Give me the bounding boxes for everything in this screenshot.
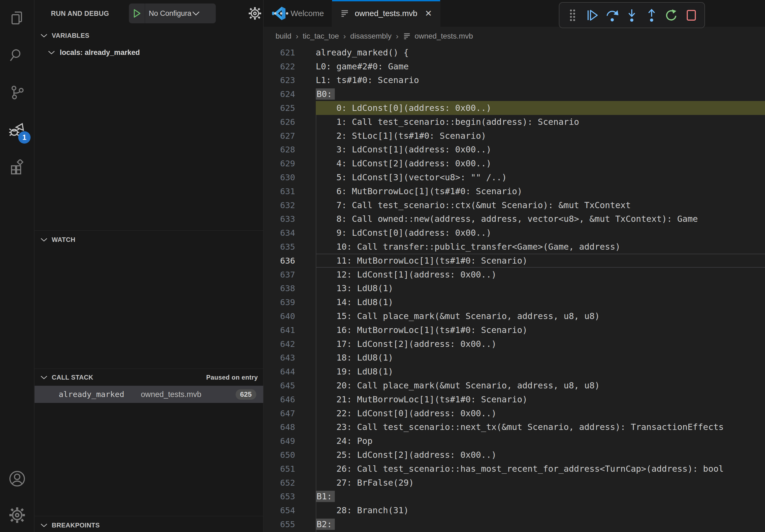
line-number-gutter[interactable]: 625 bbox=[264, 103, 295, 113]
code-line[interactable]: 621 already_marked() { bbox=[264, 46, 765, 60]
line-number-gutter[interactable]: 629 bbox=[264, 158, 295, 168]
tab-owned-tests[interactable]: owned_tests.mvb ✕ bbox=[332, 0, 440, 27]
sidebar-item-explorer[interactable] bbox=[0, 2, 34, 36]
code-line[interactable]: 631 6: MutBorrowLoc[1](ts#1#0: Scenario) bbox=[264, 184, 765, 198]
code-line[interactable]: 651 26: Call test_scenario::has_most_rec… bbox=[264, 462, 765, 476]
code-line[interactable]: 629 4: LdConst[2](address: 0x00..) bbox=[264, 156, 765, 170]
line-number-gutter[interactable]: 643 bbox=[264, 353, 295, 363]
line-number-gutter[interactable]: 639 bbox=[264, 297, 295, 307]
line-number-gutter[interactable]: 622 bbox=[264, 62, 295, 71]
code-line[interactable]: 645 20: Call place_mark(&mut Scenario, a… bbox=[264, 379, 765, 393]
line-number-gutter[interactable]: 636 bbox=[264, 256, 295, 265]
debug-settings-gear-icon[interactable] bbox=[249, 7, 261, 20]
call-stack-frame[interactable]: already_marked owned_tests.mvb 625 bbox=[35, 386, 263, 403]
line-number-gutter[interactable]: 628 bbox=[264, 145, 295, 154]
close-icon[interactable]: ✕ bbox=[425, 9, 432, 18]
line-number-gutter[interactable]: 624 bbox=[264, 89, 295, 99]
code-line[interactable]: 639 14: LdU8(1) bbox=[264, 295, 765, 309]
line-content[interactable]: 24: Pop bbox=[316, 434, 765, 448]
watch-section-header[interactable]: WATCH bbox=[35, 232, 263, 247]
code-line[interactable]: 635 10: Call transfer::public_transfer<G… bbox=[264, 240, 765, 254]
line-content[interactable]: 11: MutBorrowLoc[1](ts#1#0: Scenario) bbox=[316, 254, 765, 268]
line-content[interactable]: 4: LdConst[2](address: 0x00..) bbox=[316, 156, 765, 170]
code-line[interactable]: 626 1: Call test_scenario::begin(address… bbox=[264, 115, 765, 129]
code-line[interactable]: 643 18: LdU8(1) bbox=[264, 351, 765, 365]
line-number-gutter[interactable]: 638 bbox=[264, 283, 295, 293]
stop-button[interactable] bbox=[683, 7, 700, 24]
line-number-gutter[interactable]: 654 bbox=[264, 505, 295, 515]
line-content[interactable]: 23: Call test_scenario::next_tx(&mut Sce… bbox=[316, 420, 765, 434]
start-debug-button[interactable] bbox=[129, 3, 145, 23]
line-content[interactable]: L0: game#2#0: Game bbox=[316, 60, 765, 73]
line-number-gutter[interactable]: 651 bbox=[264, 464, 295, 474]
code-line[interactable]: 627 2: StLoc[1](ts#1#0: Scenario) bbox=[264, 129, 765, 143]
code-line[interactable]: 630 5: LdConst[3](vector<u8>: "" /..) bbox=[264, 170, 765, 184]
line-content[interactable]: 25: LdConst[2](address: 0x00..) bbox=[316, 448, 765, 462]
code-line[interactable]: 648 23: Call test_scenario::next_tx(&mut… bbox=[264, 420, 765, 434]
line-content[interactable]: 14: LdU8(1) bbox=[316, 295, 765, 309]
continue-button[interactable] bbox=[584, 7, 601, 24]
line-content[interactable]: 16: MutBorrowLoc[1](ts#1#0: Scenario) bbox=[316, 323, 765, 337]
line-content[interactable]: 10: Call transfer::public_transfer<Game>… bbox=[316, 240, 765, 254]
sidebar-item-search[interactable] bbox=[0, 39, 34, 73]
line-number-gutter[interactable]: 649 bbox=[264, 436, 295, 446]
line-content[interactable]: B1: bbox=[316, 490, 765, 504]
call-stack-section-header[interactable]: CALL STACK Paused on entry bbox=[35, 370, 263, 385]
line-content[interactable]: B0: bbox=[316, 87, 765, 101]
line-content[interactable]: L1: ts#1#0: Scenario bbox=[316, 73, 765, 87]
breadcrumb-item[interactable]: disassembly bbox=[350, 32, 391, 40]
code-line[interactable]: 649 24: Pop bbox=[264, 434, 765, 448]
code-line[interactable]: 628 3: LdConst[1](address: 0x00..) bbox=[264, 143, 765, 157]
code-line[interactable]: 650 25: LdConst[2](address: 0x00..) bbox=[264, 448, 765, 462]
line-content[interactable]: 15: Call place_mark(&mut Scenario, addre… bbox=[316, 309, 765, 323]
line-number-gutter[interactable]: 652 bbox=[264, 478, 295, 487]
breadcrumb-item[interactable]: owned_tests.mvb bbox=[415, 32, 473, 40]
sidebar-item-source-control[interactable] bbox=[0, 76, 34, 111]
code-line[interactable]: 646 21: MutBorrowLoc[1](ts#1#0: Scenario… bbox=[264, 393, 765, 406]
code-line[interactable]: 654 28: Branch(31) bbox=[264, 503, 765, 517]
line-content[interactable]: 17: LdConst[2](address: 0x00..) bbox=[316, 337, 765, 351]
code-line[interactable]: 641 16: MutBorrowLoc[1](ts#1#0: Scenario… bbox=[264, 323, 765, 337]
line-content[interactable]: 3: LdConst[1](address: 0x00..) bbox=[316, 143, 765, 157]
line-content[interactable]: 9: LdConst[0](address: 0x00..) bbox=[316, 226, 765, 240]
line-content[interactable]: 13: LdU8(1) bbox=[316, 282, 765, 296]
sidebar-item-run-and-debug[interactable]: 1 bbox=[0, 114, 34, 148]
more-actions-icon[interactable] bbox=[274, 12, 289, 15]
line-number-gutter[interactable]: 634 bbox=[264, 228, 295, 238]
line-number-gutter[interactable]: 631 bbox=[264, 186, 295, 196]
code-line[interactable]: 640 15: Call place_mark(&mut Scenario, a… bbox=[264, 309, 765, 323]
sidebar-item-accounts[interactable] bbox=[0, 462, 34, 496]
variables-section-header[interactable]: VARIABLES bbox=[35, 28, 263, 43]
line-content[interactable]: 2: StLoc[1](ts#1#0: Scenario) bbox=[316, 129, 765, 143]
code-line[interactable]: 637 12: LdConst[1](address: 0x00..) bbox=[264, 268, 765, 282]
sidebar-item-extensions[interactable] bbox=[0, 150, 34, 185]
step-over-button[interactable] bbox=[604, 7, 620, 24]
line-content[interactable]: 1: Call test_scenario::begin(address): S… bbox=[316, 115, 765, 129]
line-content[interactable]: 5: LdConst[3](vector<u8>: "" /..) bbox=[316, 170, 765, 184]
breadcrumb-item[interactable]: tic_tac_toe bbox=[303, 32, 339, 40]
code-line[interactable]: 622 L0: game#2#0: Game bbox=[264, 60, 765, 73]
line-number-gutter[interactable]: 630 bbox=[264, 172, 295, 182]
code-line[interactable]: 652 27: BrFalse(29) bbox=[264, 476, 765, 490]
line-number-gutter[interactable]: 632 bbox=[264, 200, 295, 210]
line-number-gutter[interactable]: 627 bbox=[264, 131, 295, 140]
line-number-gutter[interactable]: 644 bbox=[264, 367, 295, 377]
breakpoints-section-header[interactable]: BREAKPOINTS bbox=[35, 518, 263, 532]
step-into-button[interactable] bbox=[623, 7, 640, 24]
sidebar-item-settings[interactable] bbox=[0, 498, 34, 532]
line-number-gutter[interactable]: 642 bbox=[264, 339, 295, 349]
line-content[interactable]: 19: LdU8(1) bbox=[316, 365, 765, 379]
code-line[interactable]: 623 L1: ts#1#0: Scenario bbox=[264, 73, 765, 87]
line-content[interactable]: 20: Call place_mark(&mut Scenario, addre… bbox=[316, 379, 765, 393]
line-content[interactable]: 8: Call owned::new(address, address, vec… bbox=[316, 212, 765, 226]
code-line[interactable]: 655 B2: bbox=[264, 517, 765, 531]
code-line[interactable]: 642 17: LdConst[2](address: 0x00..) bbox=[264, 337, 765, 351]
code-editor[interactable]: 621 already_marked() { 622 L0: game#2#0:… bbox=[264, 46, 765, 532]
launch-configuration-dropdown[interactable]: No Configura bbox=[129, 3, 216, 23]
locals-scope-row[interactable]: locals: already_marked bbox=[35, 45, 263, 60]
line-number-gutter[interactable]: 623 bbox=[264, 75, 295, 85]
toolbar-drag-handle[interactable] bbox=[564, 7, 581, 24]
line-number-gutter[interactable]: 621 bbox=[264, 48, 295, 57]
line-content[interactable]: already_marked() { bbox=[316, 46, 765, 60]
line-content[interactable]: 6: MutBorrowLoc[1](ts#1#0: Scenario) bbox=[316, 184, 765, 198]
